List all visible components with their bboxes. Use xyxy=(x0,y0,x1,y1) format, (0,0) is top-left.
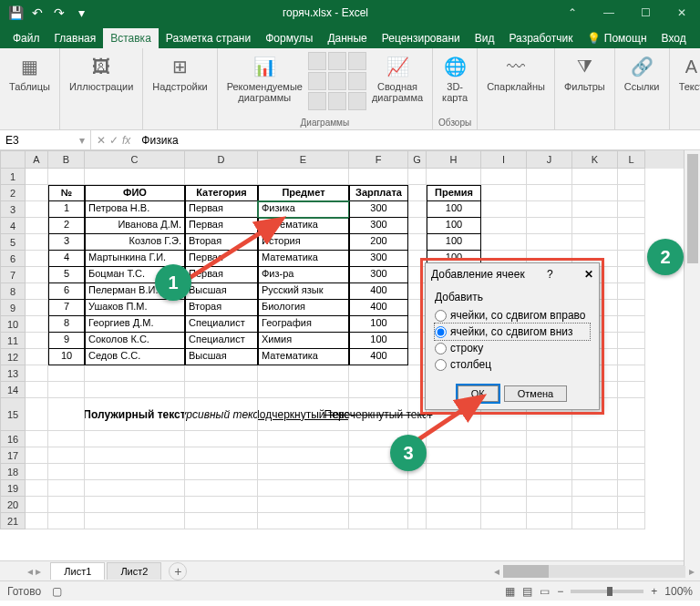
cancel-formula-icon[interactable]: ✕ xyxy=(97,134,106,147)
cell[interactable] xyxy=(527,185,572,201)
cell[interactable]: Петрова Н.В. xyxy=(85,201,185,218)
cell[interactable] xyxy=(618,464,645,480)
cell[interactable]: 400 xyxy=(349,283,408,300)
cell[interactable] xyxy=(349,169,408,185)
cell[interactable] xyxy=(26,267,48,283)
cell[interactable]: Ушаков П.М. xyxy=(85,300,185,316)
row-header-9[interactable]: 9 xyxy=(0,300,26,316)
cell[interactable] xyxy=(618,234,645,251)
cell[interactable] xyxy=(258,447,349,464)
cell[interactable]: 100 xyxy=(427,234,481,251)
cell[interactable] xyxy=(427,464,481,480)
cell[interactable] xyxy=(408,283,427,300)
cell[interactable] xyxy=(572,185,618,201)
col-header-L[interactable]: L xyxy=(618,150,645,169)
cell[interactable]: 4 xyxy=(48,251,85,267)
view-layout-icon[interactable]: ▤ xyxy=(522,585,532,598)
cell[interactable] xyxy=(408,300,427,316)
cell[interactable] xyxy=(481,201,527,218)
cell[interactable]: Специалист xyxy=(185,316,258,333)
row-header-2[interactable]: 2 xyxy=(0,185,26,201)
row-header-11[interactable]: 11 xyxy=(0,333,26,349)
share-button[interactable]: 👤 Общий доступ xyxy=(694,15,700,48)
illustrations-button[interactable]: 🖼Иллюстрации xyxy=(66,52,137,94)
cell[interactable] xyxy=(26,185,48,201)
tab-help[interactable]: 💡 Помощн xyxy=(580,28,654,48)
cell[interactable] xyxy=(481,513,527,529)
links-button[interactable]: 🔗Ссылки xyxy=(621,52,664,94)
cell[interactable]: Перечеркнутый текст xyxy=(349,398,408,431)
view-break-icon[interactable]: ▭ xyxy=(540,585,550,598)
cell[interactable] xyxy=(572,431,618,447)
cell[interactable] xyxy=(408,365,427,382)
cell[interactable] xyxy=(26,218,48,234)
cell[interactable] xyxy=(258,513,349,529)
dialog-help-icon[interactable]: ? xyxy=(547,268,553,281)
zoom-level[interactable]: 100% xyxy=(664,585,693,598)
col-header-H[interactable]: H xyxy=(427,150,481,169)
cell[interactable] xyxy=(48,480,85,497)
cell[interactable] xyxy=(26,464,48,480)
cell[interactable]: 100 xyxy=(349,333,408,349)
cell[interactable] xyxy=(618,316,645,333)
zoom-out-icon[interactable]: − xyxy=(557,585,563,598)
cell[interactable] xyxy=(427,513,481,529)
row-header-1[interactable]: 1 xyxy=(0,169,26,185)
cell[interactable] xyxy=(527,169,572,185)
cell[interactable] xyxy=(258,365,349,382)
cell[interactable] xyxy=(26,480,48,497)
minimize-icon[interactable]: — xyxy=(591,0,627,26)
cell[interactable] xyxy=(618,431,645,447)
cell[interactable] xyxy=(527,234,572,251)
cell[interactable] xyxy=(48,447,85,464)
cell[interactable]: 300 xyxy=(349,201,408,218)
cell[interactable] xyxy=(427,497,481,513)
cell[interactable] xyxy=(618,447,645,464)
row-header-20[interactable]: 20 xyxy=(0,497,26,513)
cell[interactable]: 10 xyxy=(48,349,85,365)
cell[interactable] xyxy=(26,382,48,398)
cell[interactable] xyxy=(408,251,427,267)
cell[interactable]: 100 xyxy=(427,218,481,234)
cell[interactable] xyxy=(258,169,349,185)
cell[interactable] xyxy=(258,431,349,447)
cell[interactable]: 2 xyxy=(48,218,85,234)
cell[interactable] xyxy=(26,283,48,300)
cell[interactable] xyxy=(408,169,427,185)
chart-types[interactable] xyxy=(308,52,366,110)
cell[interactable] xyxy=(85,431,185,447)
cell[interactable] xyxy=(572,201,618,218)
cell[interactable] xyxy=(618,349,645,365)
cell[interactable] xyxy=(527,447,572,464)
cell[interactable] xyxy=(85,464,185,480)
cell[interactable] xyxy=(26,201,48,218)
sparklines-button[interactable]: 〰Спарклайны xyxy=(483,52,549,94)
tables-button[interactable]: ▦Таблицы xyxy=(5,52,54,94)
cell[interactable] xyxy=(185,169,258,185)
radio-shift-down[interactable]: ячейки, со сдвигом вниз xyxy=(435,324,590,340)
cell[interactable]: Соколов К.С. xyxy=(85,333,185,349)
cell[interactable]: 300 xyxy=(349,267,408,283)
cell[interactable] xyxy=(258,382,349,398)
cell[interactable] xyxy=(48,169,85,185)
tab-review[interactable]: Рецензировани xyxy=(375,28,468,48)
select-all-corner[interactable] xyxy=(0,150,26,169)
radio-entire-column[interactable]: столбец xyxy=(435,356,590,373)
cell[interactable] xyxy=(408,480,427,497)
cell[interactable] xyxy=(26,513,48,529)
cell[interactable]: 300 xyxy=(349,218,408,234)
cell[interactable] xyxy=(48,382,85,398)
cell[interactable] xyxy=(85,497,185,513)
cell[interactable]: 6 xyxy=(48,283,85,300)
cell[interactable] xyxy=(618,398,645,431)
cell[interactable] xyxy=(618,201,645,218)
cell[interactable]: Премия xyxy=(427,185,481,201)
cell[interactable] xyxy=(527,201,572,218)
cell[interactable] xyxy=(349,497,408,513)
sheet-tab-1[interactable]: Лист1 xyxy=(50,562,105,580)
cell[interactable] xyxy=(408,349,427,365)
qat-dropdown-icon[interactable]: ▾ xyxy=(73,5,89,21)
cell[interactable] xyxy=(427,447,481,464)
cell[interactable] xyxy=(481,234,527,251)
cell[interactable] xyxy=(527,431,572,447)
